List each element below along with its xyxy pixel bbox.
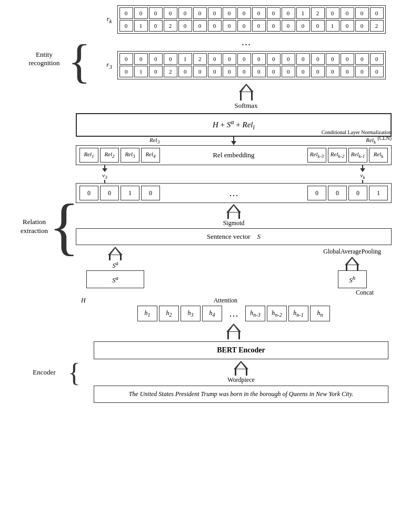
mc: 2 [370, 20, 384, 32]
h-dots: … [224, 308, 244, 319]
encoder-brace: { [68, 359, 81, 386]
h-tokens-row: h1 h2 h3 h4 … hn-3 hn-2 hn-1 hn [136, 305, 331, 322]
relation-extraction-section: Relationextraction { H + Sa + Reli Rel3 … [21, 113, 399, 340]
rel2-cell: Rel2 [100, 148, 119, 163]
h-attention-labels: H Attention [76, 297, 392, 305]
mc: 1 [326, 20, 339, 32]
bv2: 1 [121, 186, 139, 200]
mc: 0 [193, 7, 207, 19]
mc: 0 [208, 7, 222, 19]
encoder-label-col: Encoder [21, 368, 68, 377]
entity-label-text: Entity recognition [28, 50, 59, 67]
v3-head [102, 168, 107, 172]
rel4-cell: Rel4 [141, 148, 160, 163]
sent-vec-label: Sentence vector S [207, 232, 261, 241]
mc: 0 [223, 7, 236, 19]
mc: 0 [223, 20, 236, 32]
wordpiece-arrowhead [234, 361, 248, 369]
mc: 0 [252, 20, 266, 32]
mc: 0 [370, 7, 384, 19]
mc: 0 [326, 7, 339, 19]
sa-box: Sa [86, 270, 144, 288]
rel-embedding-label: Rel embedding [162, 151, 306, 159]
mc: 0 [355, 66, 369, 77]
rk-row1: 000000000000120000 [119, 7, 384, 19]
mc: 0 [178, 7, 192, 19]
mc: 0 [119, 66, 133, 77]
mc: 0 [178, 20, 192, 32]
bert-shaft [227, 332, 240, 339]
mc: 0 [193, 66, 207, 77]
mc: 0 [267, 7, 281, 19]
hn1: hn-1 [288, 306, 308, 321]
mc: 2 [193, 53, 207, 65]
entity-recognition-label: Entity recognition [21, 50, 68, 67]
wordpiece-shaft [235, 369, 247, 376]
mc: 0 [237, 20, 251, 32]
diagram: Entity recognition { rk 0000000000001200… [21, 5, 399, 403]
mc: 2 [311, 7, 325, 19]
mc: 0 [370, 53, 384, 65]
bert-arrow [226, 323, 241, 339]
mc: 0 [208, 20, 222, 32]
rk-row2: 010200000000001002 [119, 20, 384, 32]
mc: 0 [311, 53, 325, 65]
relk3-cell: Relk-3 [307, 148, 326, 163]
rk-matrix-wrapper: rk 000000000000120000 010200000000001002 [107, 5, 386, 34]
attention-label: Attention [214, 297, 237, 305]
mc: 0 [119, 7, 133, 19]
h3: h3 [181, 306, 201, 321]
relk2-cell: Relk-2 [328, 148, 347, 163]
entity-content: rk 000000000000120000 010200000000001002… [93, 5, 399, 112]
mc: 0 [355, 20, 369, 32]
sh-arrowhead [345, 257, 359, 265]
mc: 0 [223, 66, 236, 77]
entity-dots: … [242, 37, 251, 48]
hn2: hn-2 [267, 306, 287, 321]
mc: 0 [237, 53, 251, 65]
sa-arrow-up [108, 247, 123, 260]
wordpiece-arrow [234, 361, 248, 376]
bv5: 0 [328, 186, 347, 200]
mc: 0 [311, 20, 325, 32]
hn3: hn-3 [245, 306, 265, 321]
mc: 0 [370, 66, 384, 77]
mc: 0 [164, 7, 177, 19]
gap-label: GlobalAveragePooling [323, 248, 381, 256]
mc: 0 [119, 20, 133, 32]
rel1-cell: Rel1 [79, 148, 98, 163]
vk-arrow: vk [360, 165, 365, 183]
mc: 1 [134, 20, 148, 32]
bert-encoder-label: BERT Encoder [217, 346, 265, 355]
mc: 2 [164, 20, 177, 32]
mc: 0 [282, 7, 295, 19]
h4: h4 [202, 306, 222, 321]
sa-top-label: Sa [113, 260, 118, 270]
bv7: 1 [369, 186, 388, 200]
bert-encoder-box: BERT Encoder [94, 341, 388, 359]
concat-label-row: Concat [76, 289, 392, 297]
vk-head [360, 168, 365, 172]
bv3: 0 [141, 186, 160, 200]
mc: 0 [208, 53, 222, 65]
mc: 0 [355, 53, 369, 65]
bv1: 0 [100, 186, 119, 200]
mc: 0 [252, 53, 266, 65]
rel3-cell: Rel3 [121, 148, 139, 163]
input-text-box: The United States President Trump was bo… [94, 386, 388, 403]
entity-recognition-section: Entity recognition { rk 0000000000001200… [21, 5, 399, 112]
relation-extraction-label: Relationextraction [21, 218, 48, 236]
mc: 0 [208, 66, 222, 77]
mc: 0 [296, 53, 310, 65]
mc: 0 [119, 53, 133, 65]
cln-text-label: Conditional Layer Normalization(CLN) [322, 129, 392, 141]
wordpiece-label: Wordpiece [227, 376, 255, 384]
mc: 0 [149, 66, 163, 77]
mc: 0 [311, 66, 325, 77]
sh-thick-arrow [345, 257, 359, 270]
mc: 0 [252, 66, 266, 77]
concat-label: Concat [356, 289, 374, 297]
binary-vector-row: 0 0 1 0 … 0 0 0 1 [76, 183, 392, 203]
mc: 0 [149, 7, 163, 19]
v-arrows-area: v3 vk [76, 165, 392, 183]
